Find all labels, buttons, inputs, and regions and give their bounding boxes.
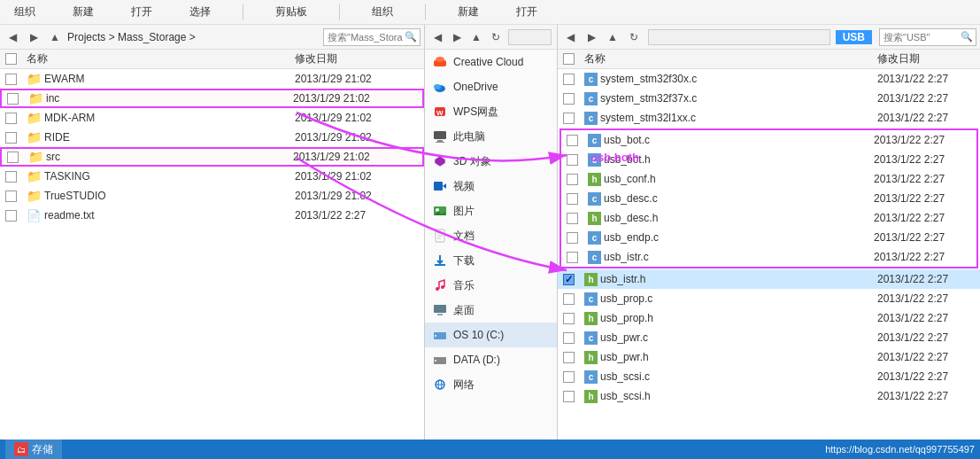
header-checkbox[interactable] xyxy=(5,53,17,65)
c-file-icon: c xyxy=(588,153,601,167)
item-checkbox[interactable] xyxy=(563,293,575,305)
item-checkbox[interactable] xyxy=(567,213,578,224)
list-item[interactable]: h usb_conf.h 2013/1/22 2:27 xyxy=(561,169,976,189)
search-input-right[interactable] xyxy=(884,32,959,43)
list-item[interactable]: 📁 inc 2013/1/29 21:02 xyxy=(0,89,424,108)
right-forward-btn[interactable]: ▶ xyxy=(583,28,600,46)
right-refresh-btn[interactable]: ↻ xyxy=(625,28,643,46)
item-checkbox[interactable]: ✓ xyxy=(563,274,575,285)
list-item[interactable]: 📄 readme.txt 2013/1/22 2:27 xyxy=(0,206,424,225)
search-box-right[interactable]: 🔍 xyxy=(879,28,976,46)
list-item[interactable]: c usb_bot.c 2013/1/22 2:27 xyxy=(561,130,976,150)
item-checkbox[interactable] xyxy=(567,232,578,244)
list-item[interactable]: c usb_istr.c 2013/1/22 2:27 xyxy=(561,247,976,267)
sidebar-item-video[interactable]: 视频 xyxy=(425,174,557,198)
store-button[interactable]: 🗂 存储 xyxy=(5,440,62,459)
right-up-btn[interactable]: ▲ xyxy=(604,28,621,46)
item-checkbox[interactable] xyxy=(563,113,575,124)
list-item[interactable]: c system_stm32f37x.c 2013/1/22 2:27 xyxy=(558,89,980,108)
item-checkbox[interactable] xyxy=(563,313,575,324)
list-item[interactable]: c usb_pwr.c 2013/1/22 2:27 xyxy=(558,328,980,347)
list-item[interactable]: 📁 TrueSTUDIO 2013/1/29 21:02 xyxy=(0,186,424,206)
list-item[interactable]: 📁 MDK-ARM 2013/1/29 21:02 xyxy=(0,108,424,128)
item-checkbox[interactable] xyxy=(567,135,578,146)
item-checkbox[interactable] xyxy=(567,193,578,205)
sidebar-item-documents[interactable]: 文档 xyxy=(425,223,557,248)
item-checkbox[interactable] xyxy=(563,371,575,383)
list-item[interactable]: h usb_scsi.h 2013/1/22 2:27 xyxy=(558,386,980,406)
left-file-list: 📁 EWARM 2013/1/29 21:02 📁 inc 2013/1/29 … xyxy=(0,69,424,440)
item-checkbox[interactable] xyxy=(567,154,578,166)
forward-button[interactable]: ▶ xyxy=(25,28,42,46)
file-name: usb_endp.c xyxy=(604,231,874,244)
list-item[interactable]: c usb_bot.h 2013/1/22 2:27 xyxy=(561,150,976,169)
middle-refresh-btn[interactable]: ↻ xyxy=(487,28,505,46)
item-checkbox[interactable] xyxy=(567,252,578,263)
middle-forward-btn[interactable]: ▶ xyxy=(448,28,466,46)
sidebar-item-label: WPS网盘 xyxy=(453,105,498,120)
toolbar-select-left[interactable]: 选择 xyxy=(184,3,216,21)
list-item[interactable]: c usb_prop.c 2013/1/22 2:27 xyxy=(558,289,980,308)
list-item[interactable]: h usb_pwr.h 2013/1/22 2:27 xyxy=(558,347,980,367)
toolbar-new-left[interactable]: 新建 xyxy=(67,3,99,21)
list-item[interactable]: h usb_prop.h 2013/1/22 2:27 xyxy=(558,308,980,328)
sidebar-item-creative-cloud[interactable]: Creative Cloud xyxy=(425,50,557,74)
item-checkbox[interactable] xyxy=(5,191,17,202)
file-name: usb_pwr.h xyxy=(600,351,877,363)
toolbar-organize-left[interactable]: 组织 xyxy=(9,3,41,21)
back-button[interactable]: ◀ xyxy=(4,28,21,46)
sidebar-item-wps[interactable]: W WPS网盘 xyxy=(425,99,557,124)
item-checkbox[interactable] xyxy=(563,332,575,344)
middle-back-btn[interactable]: ◀ xyxy=(428,28,446,46)
list-item[interactable]: c usb_desc.c 2013/1/22 2:27 xyxy=(561,189,976,208)
sidebar-item-network[interactable]: 网络 xyxy=(425,372,557,397)
toolbar-organize-right[interactable]: 组织 xyxy=(367,3,398,21)
item-checkbox[interactable] xyxy=(5,74,17,85)
list-item[interactable]: c usb_scsi.c 2013/1/22 2:27 xyxy=(558,367,980,386)
search-box-left[interactable]: 🔍 xyxy=(323,28,421,46)
item-checkbox[interactable] xyxy=(563,391,575,402)
right-header-checkbox[interactable] xyxy=(563,53,575,65)
toolbar-new-right[interactable]: 新建 xyxy=(452,3,484,21)
list-item[interactable]: c system_stm32l1xx.c 2013/1/22 2:27 xyxy=(558,108,980,128)
list-item[interactable]: 📁 EWARM 2013/1/29 21:02 xyxy=(0,69,424,89)
item-checkbox[interactable] xyxy=(5,210,17,222)
item-checkbox[interactable] xyxy=(7,152,19,163)
sidebar-item-drive-c[interactable]: OS 10 (C:) xyxy=(425,323,557,347)
sidebar-item-downloads[interactable]: 下载 xyxy=(425,248,557,273)
search-input-left[interactable] xyxy=(328,32,403,43)
sidebar-item-desktop[interactable]: 桌面 xyxy=(425,298,557,323)
item-checkbox[interactable] xyxy=(7,93,19,105)
list-item[interactable]: 📁 src 2013/1/29 21:02 xyxy=(0,147,424,167)
list-item[interactable]: h usb_desc.h 2013/1/22 2:27 xyxy=(561,208,976,228)
toolbar-open-left[interactable]: 打开 xyxy=(126,3,158,21)
sidebar-item-music[interactable]: 音乐 xyxy=(425,273,557,298)
item-checkbox[interactable] xyxy=(5,132,17,144)
file-name: usb_prop.h xyxy=(600,312,877,324)
item-checkbox[interactable] xyxy=(563,352,575,363)
item-checkbox[interactable] xyxy=(563,74,575,85)
middle-up-btn[interactable]: ▲ xyxy=(467,28,485,46)
right-back-btn[interactable]: ◀ xyxy=(561,28,579,46)
sidebar-item-drive-d[interactable]: DATA (D:) xyxy=(425,347,557,372)
list-item[interactable]: ✓ h usb_istr.h 2013/1/22 2:27 xyxy=(558,269,980,289)
list-item[interactable]: c usb_endp.c 2013/1/22 2:27 xyxy=(561,228,976,247)
item-checkbox[interactable] xyxy=(5,113,17,124)
folder-icon: 📁 xyxy=(27,130,41,144)
item-checkbox[interactable] xyxy=(5,171,17,183)
sidebar-item-3d[interactable]: 3D 对象 xyxy=(425,149,557,174)
item-checkbox[interactable] xyxy=(567,174,578,185)
up-button[interactable]: ▲ xyxy=(46,28,64,46)
sidebar-item-this-pc[interactable]: 此电脑 xyxy=(425,124,557,149)
folder-icon: 📁 xyxy=(27,169,41,183)
sidebar-item-onedrive[interactable]: OneDrive xyxy=(425,74,557,99)
toolbar-open-right[interactable]: 打开 xyxy=(511,3,543,21)
onedrive-icon xyxy=(432,79,448,95)
item-checkbox[interactable] xyxy=(563,93,575,105)
toolbar-clipboard[interactable]: 剪贴板 xyxy=(270,3,313,21)
path-projects[interactable]: Projects > Mass_Storage > xyxy=(67,31,196,43)
list-item[interactable]: 📁 TASKING 2013/1/29 21:02 xyxy=(0,167,424,186)
sidebar-item-pictures[interactable]: 图片 xyxy=(425,198,557,223)
list-item[interactable]: 📁 RIDE 2013/1/29 21:02 xyxy=(0,128,424,147)
list-item[interactable]: c system_stm32f30x.c 2013/1/22 2:27 xyxy=(558,69,980,89)
